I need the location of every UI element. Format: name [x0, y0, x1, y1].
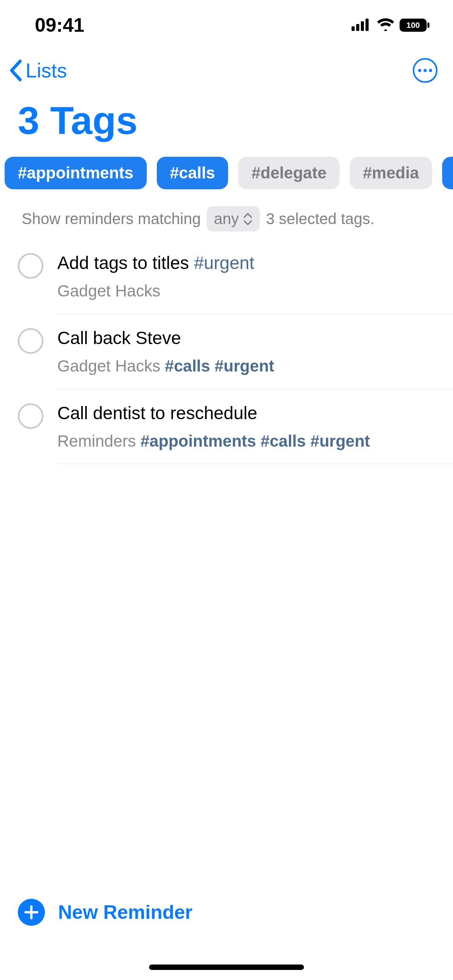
svg-rect-3	[365, 19, 369, 31]
reminder-title-text: Call back Steve	[57, 328, 181, 348]
reminder-title-text: Call dentist to reschedule	[57, 403, 257, 423]
chevron-left-icon	[8, 59, 24, 82]
nav-bar: Lists	[0, 50, 453, 87]
home-indicator[interactable]	[149, 965, 304, 970]
back-label: Lists	[26, 59, 67, 82]
new-reminder-button[interactable]: New Reminder	[0, 899, 453, 926]
cellular-icon	[352, 18, 372, 33]
more-dot-icon	[424, 69, 427, 72]
tag-pill-calls[interactable]: #calls	[157, 157, 228, 189]
page-title: 3 Tags	[0, 87, 453, 154]
new-reminder-label: New Reminder	[58, 901, 192, 923]
reminder-item[interactable]: Add tags to titles #urgent Gadget Hacks	[18, 239, 453, 314]
tag-filter-row[interactable]: #appointments #calls #delegate #media #u…	[0, 154, 453, 189]
battery-icon: 100	[400, 18, 430, 32]
reminder-body[interactable]: Add tags to titles #urgent Gadget Hacks	[57, 251, 453, 314]
wifi-icon	[376, 18, 395, 33]
status-time: 09:41	[35, 14, 84, 36]
filter-description: Show reminders matching any 3 selected t…	[0, 189, 453, 239]
reminder-list: Add tags to titles #urgent Gadget Hacks …	[0, 239, 453, 464]
back-button[interactable]: Lists	[8, 59, 67, 82]
chevron-up-down-icon	[243, 212, 253, 226]
svg-rect-5	[427, 22, 429, 28]
reminder-title: Add tags to titles #urgent	[57, 251, 441, 275]
more-dot-icon	[429, 69, 432, 72]
tag-pill-delegate[interactable]: #delegate	[238, 157, 340, 189]
tag-pill-media[interactable]: #media	[350, 157, 432, 189]
reminder-item[interactable]: Call back Steve Gadget Hacks #calls #urg…	[18, 314, 453, 389]
svg-rect-2	[361, 21, 364, 31]
reminder-complete-toggle[interactable]	[18, 403, 43, 429]
tag-pill-urgent[interactable]: #urgent	[442, 157, 453, 189]
reminder-title-text: Add tags to titles	[57, 253, 194, 273]
reminder-title-tag: #urgent	[194, 253, 254, 273]
svg-rect-0	[352, 26, 355, 31]
status-indicators: 100	[352, 18, 430, 33]
reminder-list-name: Reminders	[57, 432, 141, 450]
reminder-title: Call dentist to reschedule	[57, 401, 441, 425]
reminder-subtitle: Gadget Hacks	[57, 280, 441, 302]
reminder-item[interactable]: Call dentist to reschedule Reminders #ap…	[18, 389, 453, 464]
reminder-list-name: Gadget Hacks	[57, 282, 160, 300]
battery-level: 100	[406, 21, 420, 29]
status-bar: 09:41 100	[0, 0, 453, 50]
more-options-button[interactable]	[413, 58, 438, 83]
filter-mode-dropdown[interactable]: any	[207, 206, 260, 231]
tag-pill-appointments[interactable]: #appointments	[5, 157, 147, 189]
plus-circle-icon	[18, 899, 45, 926]
reminder-complete-toggle[interactable]	[18, 328, 43, 354]
reminder-subtitle: Gadget Hacks #calls #urgent	[57, 355, 441, 377]
reminder-body[interactable]: Call back Steve Gadget Hacks #calls #urg…	[57, 326, 453, 389]
reminder-list-name: Gadget Hacks	[57, 357, 165, 375]
filter-prefix: Show reminders matching	[22, 210, 201, 228]
more-dot-icon	[418, 69, 421, 72]
filter-mode-label: any	[214, 210, 239, 228]
svg-rect-1	[356, 24, 359, 31]
reminder-complete-toggle[interactable]	[18, 253, 43, 279]
reminder-subtitle: Reminders #appointments #calls #urgent	[57, 430, 441, 452]
reminder-sub-tags: #calls #urgent	[165, 357, 274, 375]
filter-suffix: 3 selected tags.	[266, 210, 374, 228]
reminder-sub-tags: #appointments #calls #urgent	[141, 432, 370, 450]
reminder-title: Call back Steve	[57, 326, 441, 350]
reminder-body[interactable]: Call dentist to reschedule Reminders #ap…	[57, 401, 453, 464]
